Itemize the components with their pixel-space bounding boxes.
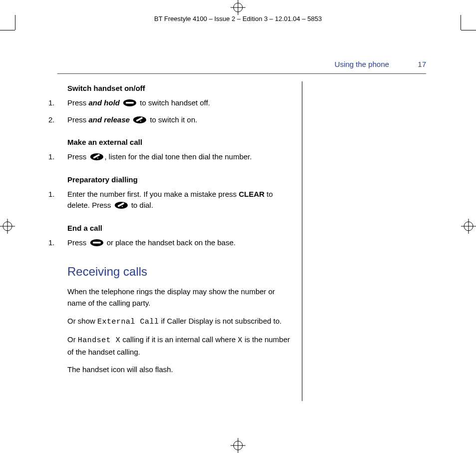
document-id-header: BT Freestyle 4100 – Issue 2 – Edition 3 … bbox=[0, 15, 476, 22]
step-index: 1. bbox=[48, 237, 55, 249]
text: calling if it is an internal call where bbox=[120, 335, 238, 344]
paragraph: The handset icon will also flash. bbox=[57, 364, 292, 375]
section-title-receiving-calls: Receiving calls bbox=[57, 265, 292, 279]
section-name: Using the phone bbox=[335, 60, 389, 68]
header-rule bbox=[57, 73, 426, 74]
paragraph: Or show External Call if Caller Display … bbox=[57, 315, 292, 328]
step: 1. Enter the number first. If you make a… bbox=[57, 189, 292, 213]
text: Press bbox=[67, 98, 89, 107]
talk-key-icon bbox=[114, 201, 128, 213]
step-index: 1. bbox=[48, 151, 55, 163]
registration-mark-top bbox=[231, 0, 245, 15]
registration-mark-bottom bbox=[231, 438, 245, 453]
svg-rect-13 bbox=[126, 102, 134, 104]
step: 2. Press and release to switch it on. bbox=[57, 114, 292, 127]
end-call-key-icon bbox=[90, 239, 104, 250]
page-content: Using the phone 17 Switch handset on/off… bbox=[57, 60, 426, 423]
registration-mark-left bbox=[0, 219, 15, 234]
crop-mark bbox=[461, 30, 476, 30]
text: Or show bbox=[67, 317, 97, 325]
end-call-key-icon bbox=[123, 99, 137, 110]
main-column: Switch handset on/off 1. Press and hold … bbox=[57, 81, 302, 401]
heading-end-call: End a call bbox=[57, 224, 292, 232]
step-index: 1. bbox=[48, 97, 55, 109]
step: 1. Press and hold to switch handset off. bbox=[57, 97, 292, 110]
text: Press bbox=[67, 238, 89, 247]
paragraph: When the telephone rings the display may… bbox=[57, 286, 292, 309]
text: Or bbox=[67, 335, 78, 344]
svg-point-6 bbox=[3, 222, 12, 231]
text: if Caller Display is not subscribed to. bbox=[159, 317, 282, 325]
margin-column bbox=[302, 81, 426, 401]
text: to dial. bbox=[129, 201, 153, 209]
paragraph: Or Handset X calling if it is an interna… bbox=[57, 334, 292, 358]
text: Press bbox=[67, 115, 89, 124]
crop-mark bbox=[0, 30, 15, 30]
text: , listen for the dial tone then dial the… bbox=[105, 152, 252, 161]
emphasis: and release bbox=[89, 115, 130, 124]
svg-point-3 bbox=[234, 441, 242, 450]
svg-point-16 bbox=[140, 120, 141, 121]
text: to switch it on. bbox=[150, 115, 197, 124]
emphasis: and hold bbox=[89, 98, 120, 107]
running-head: Using the phone 17 bbox=[57, 60, 426, 68]
talk-key-icon bbox=[90, 153, 104, 164]
display-text: External Call bbox=[97, 318, 159, 326]
svg-point-9 bbox=[464, 222, 473, 231]
step-index: 1. bbox=[48, 189, 55, 200]
heading-external-call: Make an external call bbox=[57, 138, 292, 146]
text: Press bbox=[67, 152, 89, 161]
step-index: 2. bbox=[48, 114, 55, 126]
page-number: 17 bbox=[406, 60, 426, 68]
heading-switch-onoff: Switch handset on/off bbox=[57, 84, 292, 92]
heading-preparatory-dialling: Preparatory dialling bbox=[57, 175, 292, 184]
text: to switch handset off. bbox=[140, 98, 210, 107]
svg-rect-24 bbox=[93, 242, 101, 244]
display-text: Handset X bbox=[78, 336, 121, 345]
svg-point-0 bbox=[234, 3, 242, 12]
key-label: CLEAR bbox=[238, 190, 264, 198]
svg-point-22 bbox=[122, 206, 123, 207]
step: 1. Press , listen for the dial tone then… bbox=[57, 151, 292, 164]
display-text: X bbox=[238, 336, 242, 345]
svg-point-19 bbox=[97, 157, 98, 158]
talk-key-icon bbox=[133, 116, 147, 127]
text: Enter the number first. If you make a mi… bbox=[67, 190, 238, 198]
text: or place the handset back on the base. bbox=[105, 238, 236, 247]
registration-mark-right bbox=[461, 219, 476, 234]
step: 1. Press or place the handset back on th… bbox=[57, 237, 292, 250]
